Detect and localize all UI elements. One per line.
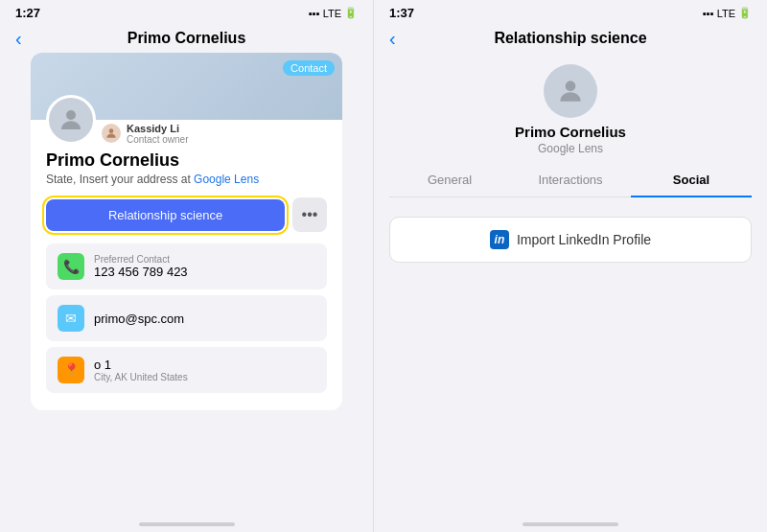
email-icon: ✉ — [58, 305, 84, 332]
nav-bar-left: ‹ Primo Cornelius — [0, 24, 373, 53]
address-info-row: 📍 o 1 City, AK United States — [46, 347, 327, 393]
contact-name-left: Primo Cornelius — [46, 150, 327, 171]
address-info-text: o 1 City, AK United States — [94, 358, 188, 382]
relationship-science-button[interactable]: Relationship science — [46, 199, 285, 231]
right-phone: 1:37 ▪▪▪ LTE 🔋 ‹ Relationship science Pr… — [374, 0, 767, 532]
status-time-left: 1:27 — [15, 6, 40, 20]
lte-label-left: LTE — [323, 8, 341, 19]
nav-bar-right: ‹ Relationship science — [374, 24, 767, 53]
email-info-row: ✉ primo@spc.com — [46, 295, 327, 341]
page-title-left: Primo Cornelius — [128, 30, 246, 47]
contact-card: Contact Kassidy Li — [31, 53, 342, 410]
phone-value: 123 456 789 423 — [94, 265, 188, 279]
phone-icon: 📞 — [58, 253, 84, 280]
signal-icon-right: ▪▪▪ — [703, 8, 714, 19]
battery-icon-right: 🔋 — [738, 7, 752, 19]
phone-info-row: 📞 Preferred Contact 123 456 789 423 — [46, 243, 327, 289]
status-bar-left: 1:27 ▪▪▪ LTE 🔋 — [0, 0, 373, 24]
address-sub: City, AK United States — [94, 372, 188, 382]
person-icon — [57, 105, 85, 134]
import-linkedin-button[interactable]: in Import LinkedIn Profile — [389, 217, 752, 263]
email-value: primo@spc.com — [94, 312, 184, 326]
right-contact-name: Primo Cornelius — [515, 124, 626, 140]
action-row: Relationship science ••• — [46, 197, 327, 232]
linkedin-button-label: Import LinkedIn Profile — [517, 232, 651, 247]
more-options-button[interactable]: ••• — [292, 197, 327, 232]
back-button-right[interactable]: ‹ — [389, 28, 396, 50]
bottom-bar-left — [139, 522, 235, 526]
linkedin-button-wrap: in Import LinkedIn Profile — [389, 217, 752, 263]
lte-label-right: LTE — [717, 8, 735, 19]
status-icons-right: ▪▪▪ LTE 🔋 — [703, 7, 752, 19]
owner-info: Kassidy Li Contact owner — [127, 123, 188, 145]
tab-interactions[interactable]: Interactions — [510, 163, 631, 197]
tabs-row: General Interactions Social — [389, 163, 752, 197]
owner-avatar — [100, 122, 123, 145]
status-bar-right: 1:37 ▪▪▪ LTE 🔋 — [374, 0, 767, 24]
svg-point-1 — [109, 128, 114, 133]
status-time-right: 1:37 — [389, 6, 414, 20]
linkedin-icon: in — [490, 230, 509, 249]
owner-name: Kassidy Li — [127, 123, 188, 134]
email-info-text: primo@spc.com — [94, 312, 184, 326]
right-person-icon — [555, 76, 586, 106]
status-icons-left: ▪▪▪ LTE 🔋 — [309, 7, 358, 19]
contact-owner: Kassidy Li Contact owner — [100, 122, 188, 145]
svg-point-0 — [66, 110, 76, 120]
tab-general[interactable]: General — [389, 163, 510, 197]
left-phone: 1:27 ▪▪▪ LTE 🔋 ‹ Primo Cornelius Contact — [0, 0, 374, 532]
contact-address: State, Insert your address at Google Len… — [46, 173, 327, 186]
right-contact-header: Primo Cornelius Google Lens — [374, 53, 767, 163]
page-title-right: Relationship science — [494, 30, 646, 47]
signal-icon-left: ▪▪▪ — [309, 8, 320, 19]
bottom-bar-right — [523, 522, 618, 526]
google-lens-link[interactable]: Google Lens — [194, 173, 259, 186]
contact-banner: Contact Kassidy Li — [31, 53, 342, 120]
svg-point-2 — [566, 81, 576, 91]
right-contact-subtitle: Google Lens — [538, 142, 603, 155]
tab-social[interactable]: Social — [631, 163, 752, 197]
owner-person-icon — [105, 127, 118, 140]
preferred-contact-label: Preferred Contact — [94, 254, 188, 265]
battery-icon-left: 🔋 — [344, 7, 358, 19]
owner-label: Contact owner — [127, 134, 188, 145]
back-button-left[interactable]: ‹ — [15, 28, 22, 50]
address-prefix: State, Insert your address at — [46, 173, 194, 186]
avatar-left — [46, 95, 96, 145]
contact-badge: Contact — [283, 60, 335, 76]
phone-info-text: Preferred Contact 123 456 789 423 — [94, 254, 188, 279]
location-icon: 📍 — [58, 357, 84, 383]
right-avatar — [544, 64, 597, 118]
contact-info-section: Primo Cornelius State, Insert your addre… — [31, 120, 342, 410]
address-value: o 1 — [94, 358, 188, 372]
